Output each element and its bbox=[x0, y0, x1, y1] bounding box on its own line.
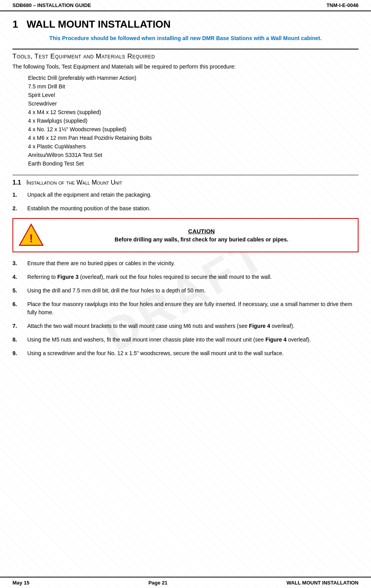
subsection-number: 1.1 bbox=[12, 179, 21, 186]
tools-list-item: 4 x M4 x 12 Screws (supplied) bbox=[28, 108, 359, 116]
header-right: TNM-I-E-0046 bbox=[327, 2, 359, 8]
step-text: Establish the mounting position of the b… bbox=[27, 204, 359, 213]
footer-left: May 15 bbox=[12, 580, 29, 586]
subsection-title-text: Installation of the Wall Mount Unit bbox=[26, 179, 122, 186]
caution-text-block: CAUTION Before drilling any walls, first… bbox=[51, 228, 352, 243]
tools-list-item: 4 x No. 12 x 1½" Woodscrews (supplied) bbox=[28, 125, 359, 134]
tools-list-item: Earth Bonding Test Set bbox=[28, 159, 359, 168]
header-left: SDB680 – INSTALLATION GUIDE bbox=[12, 2, 91, 8]
step-text: Referring to Figure 3 (overleaf), mark o… bbox=[27, 273, 359, 281]
caution-box: ! CAUTION Before drilling any walls, fir… bbox=[12, 218, 359, 252]
step-num: 6. bbox=[12, 300, 27, 308]
step-text: Using the M5 nuts and washers, fit the w… bbox=[27, 336, 359, 344]
footer-center: Page 21 bbox=[148, 580, 168, 586]
step-item: 7.Attach the two wall mount brackets to … bbox=[12, 322, 359, 330]
step-item: 1.Unpack all the equipment and retain th… bbox=[12, 191, 359, 199]
tools-list-item: 7.5 mm Drill Bit bbox=[28, 82, 359, 91]
step-item: 2.Establish the mounting position of the… bbox=[12, 204, 359, 213]
step-text: Using the drill and 7.5 mm drill bit, dr… bbox=[27, 287, 359, 295]
step-item: 4.Referring to Figure 3 (overleaf), mark… bbox=[12, 273, 359, 281]
step-num: 1. bbox=[12, 191, 27, 199]
step-num: 5. bbox=[12, 287, 27, 295]
svg-text:!: ! bbox=[29, 232, 33, 245]
caution-icon: ! bbox=[19, 223, 44, 248]
step-text: Place the four masonry rawlplugs into th… bbox=[27, 300, 359, 317]
step-text: Attach the two wall mount brackets to th… bbox=[27, 322, 359, 330]
step-text: Ensure that there are no buried pipes or… bbox=[27, 259, 359, 268]
section-divider bbox=[12, 175, 359, 175]
step-num: 7. bbox=[12, 322, 27, 330]
page-content: 1 WALL MOUNT INSTALLATION This Procedure… bbox=[0, 18, 371, 357]
step-num: 3. bbox=[12, 259, 27, 268]
step-num: 4. bbox=[12, 273, 27, 281]
section1-number: 1 bbox=[12, 18, 18, 30]
steps-initial: 1.Unpack all the equipment and retain th… bbox=[12, 191, 359, 213]
section1-title: 1 WALL MOUNT INSTALLATION bbox=[12, 18, 359, 30]
step-text: Unpack all the equipment and retain the … bbox=[27, 191, 359, 199]
step-item: 6.Place the four masonry rawlplugs into … bbox=[12, 300, 359, 317]
step-item: 3.Ensure that there are no buried pipes … bbox=[12, 259, 359, 268]
step-num: 8. bbox=[12, 336, 27, 344]
tools-list-item: Anritsu/Wiltron S331A Test Set bbox=[28, 151, 359, 159]
page-wrapper: DRAFT SDB680 – INSTALLATION GUIDE TNM-I-… bbox=[0, 0, 371, 588]
procedure-note: This Procedure should be followed when i… bbox=[12, 34, 359, 42]
tools-list-item: 4 x Plastic CupWashers bbox=[28, 142, 359, 151]
tools-list-item: Spirit Level bbox=[28, 91, 359, 99]
step-item: 8.Using the M5 nuts and washers, fit the… bbox=[12, 336, 359, 344]
page-header: SDB680 – INSTALLATION GUIDE TNM-I-E-0046 bbox=[0, 0, 371, 11]
step-item: 9.Using a screwdriver and the four No. 1… bbox=[12, 349, 359, 357]
tools-list-item: Screwdriver bbox=[28, 99, 359, 108]
page-footer: May 15 Page 21 WALL MOUNT INSTALLATION bbox=[0, 577, 371, 588]
tools-heading-text: Tools, Test Equipment and Materials Requ… bbox=[12, 53, 155, 60]
caution-message: Before drilling any walls, first check f… bbox=[51, 236, 352, 243]
steps-continued: 3.Ensure that there are no buried pipes … bbox=[12, 259, 359, 357]
step-text: Using a screwdriver and the four No. 12 … bbox=[27, 349, 359, 357]
tools-list-item: 4 x Rawlplugs (supplied) bbox=[28, 116, 359, 125]
step-item: 5.Using the drill and 7.5 mm drill bit, … bbox=[12, 287, 359, 295]
caution-title: CAUTION bbox=[51, 228, 352, 234]
tools-list-item: 4 x M6 x 12 mm Pan Head Pozidriv Retaini… bbox=[28, 134, 359, 142]
step-num: 2. bbox=[12, 204, 27, 213]
step-num: 9. bbox=[12, 349, 27, 357]
tools-intro: The following Tools, Test Equipment and … bbox=[12, 63, 359, 70]
section1-title-text: WALL MOUNT INSTALLATION bbox=[26, 18, 171, 30]
tools-heading: Tools, Test Equipment and Materials Requ… bbox=[12, 49, 359, 60]
footer-right: WALL MOUNT INSTALLATION bbox=[286, 580, 359, 586]
subsection1-1-title: 1.1 Installation of the Wall Mount Unit bbox=[12, 179, 359, 186]
tools-list: Electric Drill (preferably with Hammer A… bbox=[28, 74, 359, 168]
tools-list-item: Electric Drill (preferably with Hammer A… bbox=[28, 74, 359, 82]
